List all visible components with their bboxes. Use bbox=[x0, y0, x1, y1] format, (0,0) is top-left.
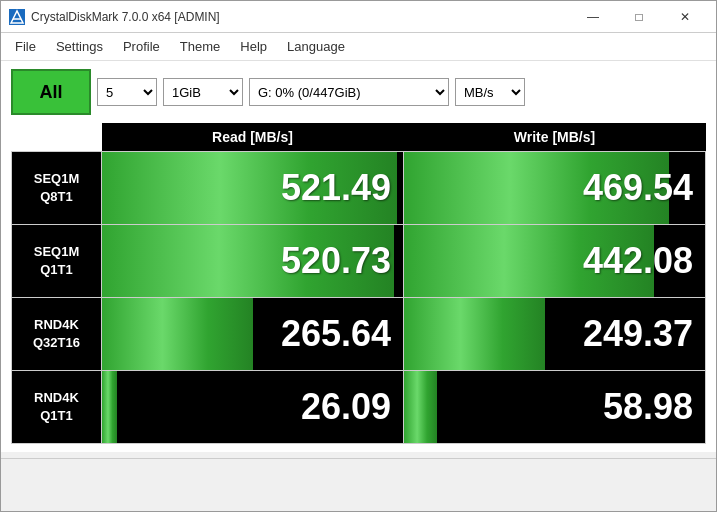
write-value: 442.08 bbox=[404, 225, 705, 297]
title-controls: — □ ✕ bbox=[570, 1, 708, 33]
label-line1: SEQ1M bbox=[34, 244, 80, 259]
menu-item-file[interactable]: File bbox=[5, 35, 46, 58]
table-row: RND4KQ32T16265.64249.37 bbox=[12, 298, 706, 371]
read-value: 520.73 bbox=[102, 225, 403, 297]
label-line1: RND4K bbox=[34, 390, 79, 405]
label-line1: SEQ1M bbox=[34, 171, 80, 186]
table-row: RND4KQ1T126.0958.98 bbox=[12, 371, 706, 444]
label-header bbox=[12, 123, 102, 152]
menu-item-profile[interactable]: Profile bbox=[113, 35, 170, 58]
menu-item-theme[interactable]: Theme bbox=[170, 35, 230, 58]
title-bar: CrystalDiskMark 7.0.0 x64 [ADMIN] — □ ✕ bbox=[1, 1, 716, 33]
row-label: RND4KQ1T1 bbox=[12, 371, 102, 444]
app-icon bbox=[9, 9, 25, 25]
table-row: SEQ1MQ8T1521.49469.54 bbox=[12, 152, 706, 225]
status-bar bbox=[1, 458, 716, 486]
table-row: SEQ1MQ1T1520.73442.08 bbox=[12, 225, 706, 298]
read-cell: 521.49 bbox=[102, 152, 404, 225]
label-line2: Q1T1 bbox=[40, 262, 73, 277]
menu-bar: FileSettingsProfileThemeHelpLanguage bbox=[1, 33, 716, 61]
read-cell: 265.64 bbox=[102, 298, 404, 371]
row-label: SEQ1MQ1T1 bbox=[12, 225, 102, 298]
write-value: 58.98 bbox=[404, 371, 705, 443]
read-value: 521.49 bbox=[102, 152, 403, 224]
write-value: 469.54 bbox=[404, 152, 705, 224]
menu-item-help[interactable]: Help bbox=[230, 35, 277, 58]
read-cell: 26.09 bbox=[102, 371, 404, 444]
label-line2: Q32T16 bbox=[33, 335, 80, 350]
drive-select[interactable]: G: 0% (0/447GiB) bbox=[249, 78, 449, 106]
all-button[interactable]: All bbox=[11, 69, 91, 115]
label-line2: Q8T1 bbox=[40, 189, 73, 204]
write-cell: 469.54 bbox=[404, 152, 706, 225]
window-title: CrystalDiskMark 7.0.0 x64 [ADMIN] bbox=[31, 10, 220, 24]
write-cell: 249.37 bbox=[404, 298, 706, 371]
size-select[interactable]: 1GiB 512MiB 256MiB bbox=[163, 78, 243, 106]
read-value: 265.64 bbox=[102, 298, 403, 370]
count-select[interactable]: 5 1 3 bbox=[97, 78, 157, 106]
write-header: Write [MB/s] bbox=[404, 123, 706, 152]
write-value: 249.37 bbox=[404, 298, 705, 370]
row-label: SEQ1MQ8T1 bbox=[12, 152, 102, 225]
write-cell: 442.08 bbox=[404, 225, 706, 298]
menu-item-language[interactable]: Language bbox=[277, 35, 355, 58]
row-label: RND4KQ32T16 bbox=[12, 298, 102, 371]
write-cell: 58.98 bbox=[404, 371, 706, 444]
maximize-button[interactable]: □ bbox=[616, 1, 662, 33]
table-body: SEQ1MQ8T1521.49469.54SEQ1MQ1T1520.73442.… bbox=[12, 152, 706, 444]
results-table: Read [MB/s] Write [MB/s] SEQ1MQ8T1521.49… bbox=[11, 123, 706, 444]
read-cell: 520.73 bbox=[102, 225, 404, 298]
menu-item-settings[interactable]: Settings bbox=[46, 35, 113, 58]
label-line2: Q1T1 bbox=[40, 408, 73, 423]
read-value: 26.09 bbox=[102, 371, 403, 443]
main-content: All 5 1 3 1GiB 512MiB 256MiB G: 0% (0/44… bbox=[1, 61, 716, 452]
title-left: CrystalDiskMark 7.0.0 x64 [ADMIN] bbox=[9, 9, 220, 25]
close-button[interactable]: ✕ bbox=[662, 1, 708, 33]
read-header: Read [MB/s] bbox=[102, 123, 404, 152]
minimize-button[interactable]: — bbox=[570, 1, 616, 33]
toolbar: All 5 1 3 1GiB 512MiB 256MiB G: 0% (0/44… bbox=[11, 69, 706, 115]
unit-select[interactable]: MB/s GB/s bbox=[455, 78, 525, 106]
label-line1: RND4K bbox=[34, 317, 79, 332]
